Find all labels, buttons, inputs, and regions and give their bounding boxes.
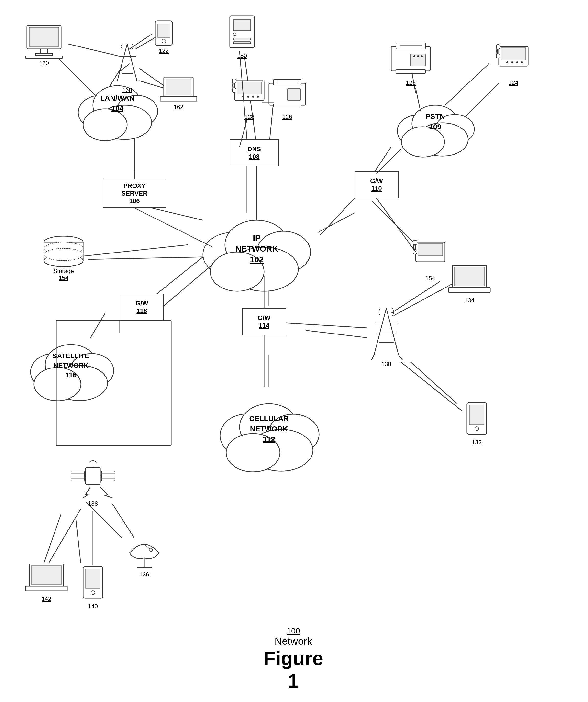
- svg-rect-142: [26, 586, 67, 591]
- svg-line-171: [286, 323, 367, 328]
- svg-line-19: [76, 245, 188, 257]
- satellite-network-label: SATELLITENETWORK116: [20, 351, 122, 380]
- phone-128: 128: [230, 78, 269, 120]
- svg-rect-103: [287, 89, 301, 100]
- dish-136-ref: 136: [122, 571, 166, 578]
- gw-110-box: G/W110: [354, 171, 399, 198]
- svg-line-23: [44, 514, 61, 563]
- tower-160-ref: 160: [113, 87, 142, 94]
- svg-rect-122: [469, 405, 484, 425]
- proxy-server-label: PROXYSERVER106: [122, 182, 147, 205]
- svg-rect-85: [396, 70, 425, 74]
- svg-point-79: [521, 62, 523, 64]
- svg-line-22: [86, 502, 122, 538]
- svg-line-24: [76, 519, 81, 563]
- satellite-138-ref: 138: [68, 500, 117, 507]
- tower-130-ref: 130: [367, 361, 406, 367]
- phone-132: 132: [460, 401, 494, 445]
- svg-rect-105: [234, 20, 251, 30]
- svg-rect-56: [29, 27, 59, 46]
- fax-126-ref: 126: [264, 114, 310, 120]
- gw-118-label: G/W118: [135, 300, 148, 315]
- svg-line-16: [411, 362, 457, 404]
- svg-rect-111: [413, 240, 417, 245]
- dish-136: 136: [122, 529, 166, 577]
- gw-114-label: G/W114: [258, 314, 270, 329]
- svg-rect-144: [86, 569, 100, 588]
- laptop-142-ref: 142: [24, 596, 68, 602]
- storage-box: Storage 154: [39, 235, 88, 274]
- phone-140: 140: [76, 565, 110, 609]
- svg-point-127: [150, 549, 153, 552]
- svg-rect-102: [273, 104, 301, 107]
- svg-rect-112: [413, 250, 417, 254]
- svg-rect-93: [232, 88, 236, 93]
- gw-118-box: G/W118: [120, 294, 164, 321]
- svg-point-89: [421, 55, 423, 57]
- svg-point-54: [44, 248, 83, 261]
- svg-rect-74: [496, 44, 500, 49]
- phone-122-ref: 122: [149, 47, 178, 54]
- fax-125: 125: [386, 41, 435, 86]
- svg-line-60: [117, 44, 127, 81]
- svg-rect-81: [396, 43, 425, 49]
- satellite-network-cloud: SATELLITENETWORK116: [20, 330, 122, 404]
- cellular-network-label: CELLULARNETWORK112: [208, 414, 330, 444]
- phone-128-ref: 128: [230, 114, 269, 120]
- svg-rect-128: [86, 467, 100, 484]
- svg-line-175: [49, 509, 81, 563]
- svg-line-149: [68, 44, 120, 56]
- svg-rect-75: [496, 54, 500, 58]
- phone-124-ref: 124: [494, 79, 533, 86]
- phone-122: 122: [149, 20, 178, 54]
- svg-point-96: [252, 96, 254, 98]
- svg-line-11: [372, 201, 416, 245]
- svg-rect-91: [237, 82, 262, 94]
- pstn-label: PSTN109: [389, 111, 482, 132]
- svg-line-14: [306, 330, 367, 338]
- svg-point-94: [242, 96, 244, 98]
- svg-rect-67: [158, 24, 170, 37]
- svg-point-88: [417, 55, 419, 57]
- ip-network-cloud: IPNETWORK102: [188, 201, 325, 294]
- lan-wan-label: LAN/WAN104: [68, 93, 166, 114]
- laptop-142: 142: [24, 563, 68, 602]
- server-150-ref: 150: [220, 52, 264, 59]
- proxy-server-box: PROXYSERVER106: [103, 179, 166, 208]
- svg-line-161: [88, 257, 203, 259]
- svg-rect-108: [234, 41, 251, 43]
- svg-rect-110: [418, 243, 443, 256]
- svg-line-173: [401, 362, 462, 411]
- svg-rect-141: [31, 566, 61, 584]
- svg-point-95: [247, 96, 249, 98]
- svg-rect-107: [234, 38, 251, 40]
- svg-line-156: [320, 198, 354, 235]
- svg-rect-71: [160, 97, 197, 101]
- svg-rect-119: [454, 267, 484, 286]
- svg-point-76: [506, 62, 508, 64]
- svg-point-97: [257, 96, 259, 98]
- svg-line-160: [377, 198, 416, 252]
- phone-124: 124: [494, 44, 533, 88]
- phone-154b: 154: [411, 240, 450, 281]
- storage-ref: 154: [39, 274, 88, 281]
- phone-140-ref: 140: [76, 603, 110, 610]
- svg-point-78: [516, 62, 518, 64]
- gw-114-box: G/W114: [242, 308, 286, 335]
- figure-ref: 100 Network Figure 1: [257, 626, 330, 692]
- svg-point-87: [413, 55, 415, 57]
- ip-network-label: IPNETWORK102: [188, 232, 325, 265]
- svg-rect-57: [40, 49, 48, 53]
- pc-120-ref: 120: [22, 60, 66, 67]
- server-150: 150: [220, 15, 264, 59]
- cellular-network-cloud: CELLULARNETWORK112: [208, 387, 330, 475]
- tower-160: 160: [113, 41, 142, 91]
- laptop-134: 134: [447, 264, 491, 304]
- dns-label: DNS108: [248, 145, 261, 160]
- svg-rect-70: [166, 79, 191, 95]
- svg-rect-73: [501, 48, 526, 60]
- dns-box: DNS108: [230, 139, 279, 166]
- svg-point-34: [83, 109, 127, 141]
- svg-rect-59: [26, 56, 62, 59]
- laptop-134-ref: 134: [447, 297, 491, 304]
